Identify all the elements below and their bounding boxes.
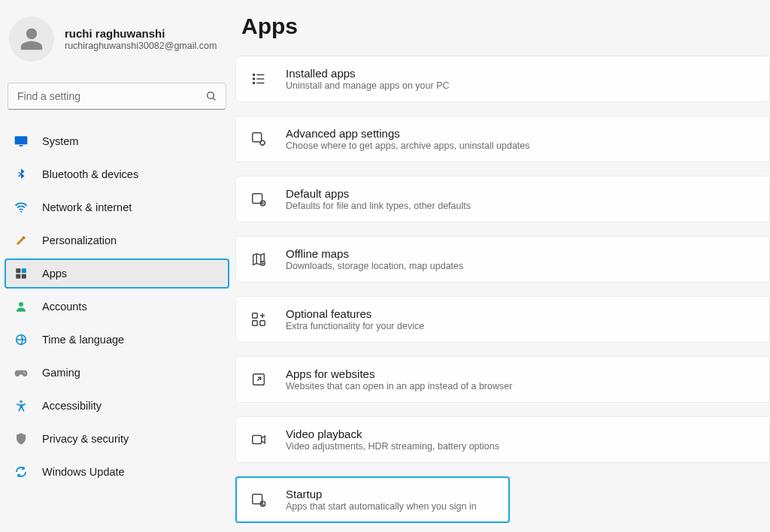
sidebar-item-label: Accounts: [42, 301, 87, 313]
card-text: Video playback Video adjustments, HDR st…: [286, 428, 499, 452]
profile-text: ruchi raghuwanshi ruchiraghuwanshi30082@…: [65, 27, 217, 51]
card-text: Apps for websites Websites that can open…: [286, 367, 512, 391]
card-title: Offline maps: [286, 247, 463, 260]
sidebar-item-network[interactable]: Network & internet: [5, 192, 229, 222]
svg-rect-6: [22, 268, 26, 273]
card-desc: Uninstall and manage apps on your PC: [286, 80, 450, 91]
card-video-playback[interactable]: Video playback Video adjustments, HDR st…: [235, 416, 770, 463]
sidebar-item-time-language[interactable]: Time & language: [5, 325, 229, 355]
card-title: Installed apps: [286, 67, 450, 80]
sidebar-item-label: Apps: [42, 268, 67, 280]
svg-point-16: [253, 78, 254, 80]
svg-rect-8: [22, 274, 26, 279]
svg-rect-20: [253, 133, 262, 142]
accessibility-icon: [14, 398, 29, 413]
sidebar-item-label: Privacy & security: [42, 433, 129, 445]
search-input[interactable]: [8, 83, 226, 110]
sidebar-item-system[interactable]: System: [5, 126, 229, 156]
default-apps-icon: [250, 190, 268, 208]
svg-point-18: [253, 82, 254, 83]
card-text: Startup Apps that start automatically wh…: [286, 488, 477, 512]
sidebar-item-accounts[interactable]: Accounts: [5, 292, 229, 322]
search-wrap: [8, 83, 226, 110]
svg-line-1: [213, 98, 215, 100]
list-icon: [250, 70, 268, 88]
startup-icon: [250, 491, 268, 509]
svg-rect-2: [15, 136, 28, 144]
card-text: Offline maps Downloads, storage location…: [286, 247, 463, 271]
card-text: Optional features Extra functionality fo…: [286, 307, 424, 331]
app-gear-icon: [250, 130, 268, 148]
svg-rect-3: [20, 145, 23, 147]
sidebar-item-label: Accessibility: [42, 400, 102, 412]
globe-clock-icon: [14, 332, 29, 347]
page-title: Apps: [235, 14, 770, 39]
video-icon: [250, 431, 268, 449]
sidebar: ruchi raghuwanshi ruchiraghuwanshi30082@…: [0, 0, 235, 532]
sidebar-item-bluetooth[interactable]: Bluetooth & devices: [5, 159, 229, 189]
bluetooth-icon: [14, 167, 29, 182]
card-default-apps[interactable]: Default apps Defaults for file and link …: [235, 176, 770, 222]
sidebar-item-personalization[interactable]: Personalization: [5, 225, 229, 255]
sidebar-item-label: Gaming: [42, 367, 80, 379]
card-title: Default apps: [286, 187, 471, 200]
svg-point-11: [23, 371, 25, 373]
card-desc: Choose where to get apps, archive apps, …: [286, 141, 530, 151]
card-installed-apps[interactable]: Installed apps Uninstall and manage apps…: [235, 56, 770, 102]
map-icon: [250, 250, 268, 268]
sidebar-item-label: Network & internet: [42, 201, 132, 213]
nav-list: System Bluetooth & devices Network & int…: [5, 126, 229, 490]
open-external-icon: [250, 370, 268, 388]
card-text: Installed apps Uninstall and manage apps…: [286, 67, 450, 91]
profile-block[interactable]: ruchi raghuwanshi ruchiraghuwanshi30082@…: [5, 12, 229, 69]
sidebar-item-gaming[interactable]: Gaming: [5, 358, 229, 388]
card-title: Video playback: [286, 428, 499, 440]
svg-rect-29: [253, 436, 262, 444]
card-desc: Websites that can open in an app instead…: [286, 381, 512, 391]
svg-point-12: [25, 373, 26, 374]
brush-icon: [14, 233, 29, 248]
card-title: Apps for websites: [286, 367, 512, 380]
card-optional-features[interactable]: Optional features Extra functionality fo…: [235, 296, 770, 343]
card-text: Default apps Defaults for file and link …: [286, 187, 471, 211]
person-icon: [19, 26, 44, 52]
svg-rect-7: [16, 274, 20, 279]
svg-point-9: [19, 302, 23, 307]
sidebar-item-privacy[interactable]: Privacy & security: [5, 424, 229, 454]
sidebar-item-label: Bluetooth & devices: [42, 168, 138, 180]
svg-point-13: [20, 401, 22, 403]
wifi-icon: [14, 200, 29, 215]
svg-point-21: [260, 141, 265, 145]
card-desc: Downloads, storage location, map updates: [286, 261, 463, 271]
shield-icon: [14, 431, 29, 446]
card-offline-maps[interactable]: Offline maps Downloads, storage location…: [235, 236, 770, 283]
main-content: Apps Installed apps Uninstall and manage…: [235, 0, 770, 532]
svg-point-14: [253, 74, 254, 75]
apps-icon: [14, 266, 29, 281]
card-advanced-app-settings[interactable]: Advanced app settings Choose where to ge…: [235, 116, 770, 162]
sidebar-item-accessibility[interactable]: Accessibility: [5, 391, 229, 421]
account-icon: [14, 299, 29, 314]
card-desc: Video adjustments, HDR streaming, batter…: [286, 441, 499, 452]
sidebar-item-label: System: [42, 135, 78, 147]
card-title: Startup: [286, 488, 477, 500]
display-icon: [14, 134, 29, 149]
svg-rect-27: [260, 321, 265, 325]
card-desc: Extra functionality for your device: [286, 321, 424, 331]
svg-rect-25: [253, 313, 257, 318]
sidebar-item-label: Personalization: [42, 234, 117, 246]
card-startup[interactable]: Startup Apps that start automatically wh…: [235, 476, 510, 523]
search-icon: [205, 90, 217, 102]
sidebar-item-windows-update[interactable]: Windows Update: [5, 457, 229, 487]
svg-rect-5: [16, 268, 20, 273]
sidebar-item-apps[interactable]: Apps: [5, 258, 229, 289]
sidebar-item-label: Windows Update: [42, 466, 125, 478]
avatar: [9, 17, 54, 62]
update-icon: [14, 464, 29, 479]
card-title: Optional features: [286, 307, 424, 320]
svg-rect-26: [253, 321, 257, 325]
profile-name: ruchi raghuwanshi: [65, 27, 217, 40]
card-apps-for-websites[interactable]: Apps for websites Websites that can open…: [235, 356, 770, 403]
svg-point-0: [208, 92, 214, 99]
card-text: Advanced app settings Choose where to ge…: [286, 127, 530, 151]
